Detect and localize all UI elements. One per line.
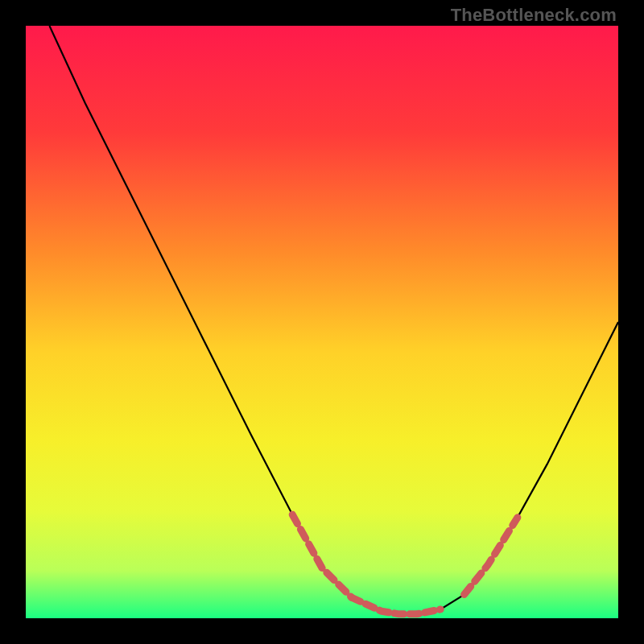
watermark-text: TheBottleneck.com bbox=[451, 5, 617, 26]
chart-frame: TheBottleneck.com bbox=[0, 0, 644, 644]
gradient-background bbox=[26, 26, 618, 618]
plot-area bbox=[26, 26, 618, 618]
chart-svg bbox=[26, 26, 618, 618]
